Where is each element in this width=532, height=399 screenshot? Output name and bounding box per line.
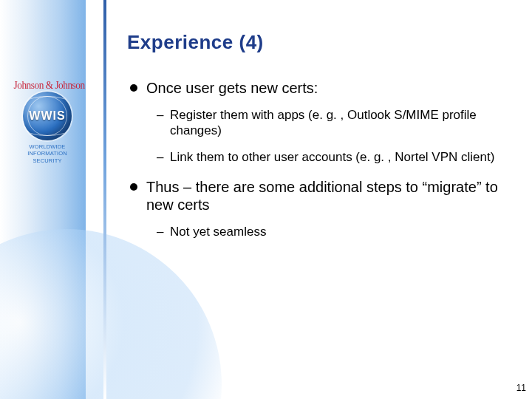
wwis-badge: WWIS WORLDWIDE INFORMATION SECURITY [16, 92, 78, 149]
slide-title: Experience (4) [127, 31, 511, 54]
globe-icon: WWIS [23, 92, 72, 140]
wwis-caption-line1: WORLDWIDE [30, 143, 66, 150]
page-number: 11 [516, 383, 526, 393]
sublist: Not yet seamless [157, 224, 511, 239]
bullet-text: Link them to other user accounts (e. g. … [170, 150, 494, 164]
list-item: Once user gets new certs: Register them … [130, 79, 511, 165]
bullet-text: Register them with apps (e. g. , Outlook… [170, 108, 477, 137]
sublist: Register them with apps (e. g. , Outlook… [157, 107, 511, 165]
bullet-text: Thus – there are some additional steps t… [146, 179, 498, 213]
bullet-text: Not yet seamless [170, 225, 266, 239]
bullet-list: Once user gets new certs: Register them … [130, 79, 511, 239]
wwis-caption: WORLDWIDE INFORMATION SECURITY [16, 143, 78, 164]
bullet-text: Once user gets new certs: [146, 80, 318, 96]
slide: Johnson & Johnson WWIS WORLDWIDE INFORMA… [0, 0, 532, 399]
wwis-caption-line2: INFORMATION SECURITY [27, 150, 67, 163]
list-item: Not yet seamless [157, 224, 511, 239]
jnj-logo: Johnson & Johnson [14, 80, 85, 92]
wwis-acronym: WWIS [23, 109, 72, 123]
content-area: Experience (4) Once user gets new certs:… [127, 31, 511, 253]
sidebar-gradient [0, 0, 86, 399]
sidebar-separator [103, 0, 106, 399]
list-item: Link them to other user accounts (e. g. … [157, 149, 511, 165]
list-item: Register them with apps (e. g. , Outlook… [157, 107, 511, 139]
list-item: Thus – there are some additional steps t… [130, 178, 511, 239]
